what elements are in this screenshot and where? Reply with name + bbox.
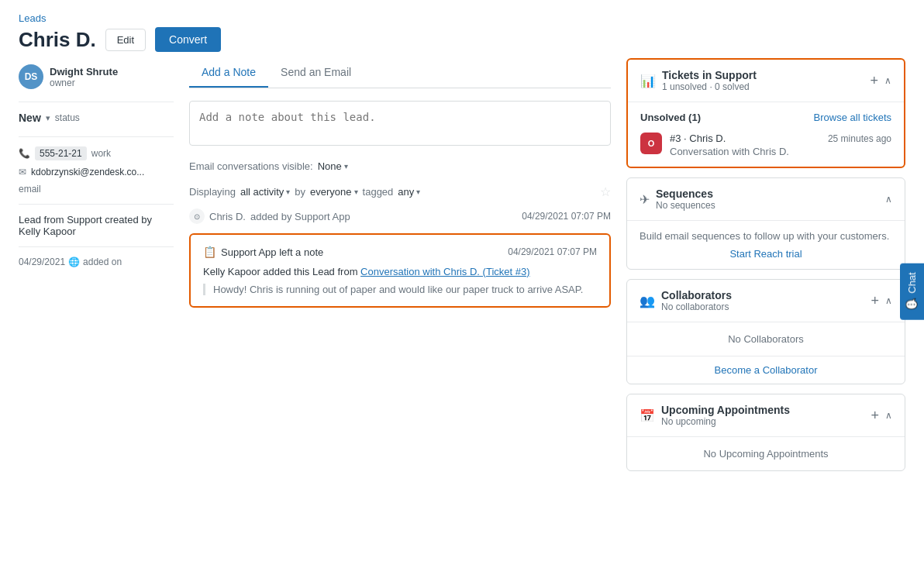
added-label: added on — [83, 257, 122, 267]
email-icon: ✉ — [19, 167, 26, 177]
status-tag: status — [55, 112, 80, 123]
page-title: Chris D. — [19, 28, 96, 52]
chat-label: Chat — [906, 272, 918, 293]
email-address: kdobrzynski@zendesk.co... — [31, 167, 144, 177]
tickets-icon: 📊 — [640, 74, 656, 88]
tickets-title: Tickets in Support — [662, 69, 864, 81]
note-card-quote: Howdy! Chris is running out of paper and… — [203, 284, 597, 295]
activity-item-icon: ⊙ — [189, 208, 205, 224]
status-arrow-icon: ▾ — [46, 113, 50, 123]
note-card-icon: 📋 — [203, 246, 216, 258]
collaborators-add-icon[interactable]: + — [871, 294, 879, 308]
sequences-cta-link[interactable]: Start Reach trial — [640, 248, 892, 260]
ticket-badge: O — [640, 133, 662, 154]
no-collaborators-text: No Collaborators — [627, 322, 905, 356]
sequences-icon: ✈ — [640, 192, 650, 207]
collaborators-card: 👥 Collaborators No collaborators + ∧ No … — [626, 279, 905, 384]
become-collaborator-link[interactable]: Become a Collaborator — [627, 356, 905, 384]
note-card: 📋 Support App left a note 04/29/2021 07:… — [189, 233, 611, 308]
browse-tickets-link[interactable]: Browse all tickets — [814, 112, 891, 123]
filter-row: Email conversations visible: None ▾ — [189, 160, 611, 172]
collaborators-subtitle: No collaborators — [661, 301, 864, 312]
sequences-body-text: Build email sequences to follow up with … — [640, 230, 892, 242]
appointments-title: Upcoming Appointments — [661, 404, 864, 416]
note-card-title: Support App left a note — [221, 246, 503, 258]
sequences-collapse-icon[interactable]: ∧ — [885, 194, 892, 205]
sequences-subtitle: No sequences — [656, 200, 879, 211]
visible-value[interactable]: None ▾ — [318, 160, 348, 172]
tickets-card: 📊 Tickets in Support 1 unsolved · 0 solv… — [626, 58, 905, 168]
display-filter-row: Displaying all activity ▾ by everyone ▾ … — [189, 184, 611, 199]
tag-filter[interactable]: any ▾ — [398, 186, 420, 198]
sequences-title: Sequences — [656, 188, 879, 200]
ticket-item: O #3 · Chris D. 25 minutes ago Conversat… — [640, 133, 891, 157]
globe-icon: 🌐 — [68, 257, 80, 267]
appointments-card: 📅 Upcoming Appointments No upcoming + ∧ … — [626, 394, 905, 471]
note-body-prefix: Kelly Kapoor added this Lead from — [203, 266, 357, 277]
email-label: email — [19, 184, 41, 195]
lead-source: Lead from Support created by Kelly Kapoo… — [19, 214, 174, 237]
appointments-icon: 📅 — [640, 408, 655, 423]
owner-name: Dwight Shrute — [50, 66, 118, 77]
collaborators-title: Collaborators — [661, 289, 864, 301]
ticket-id-name[interactable]: #3 · Chris D. — [670, 133, 726, 144]
chat-icon: 💬 — [906, 298, 918, 310]
edit-button[interactable]: Edit — [105, 29, 146, 51]
person-filter[interactable]: everyone ▾ — [310, 186, 357, 198]
ticket-description: Conversation with Chris D. — [670, 146, 891, 157]
tag-filter-arrow: ▾ — [416, 188, 420, 196]
note-card-time: 04/29/2021 07:07 PM — [508, 246, 597, 257]
activity-user: Chris D. — [209, 211, 246, 222]
no-appointments-text: No Upcoming Appointments — [627, 437, 905, 470]
tickets-add-icon[interactable]: + — [870, 74, 878, 88]
displaying-label: Displaying — [189, 186, 236, 198]
tab-add-note[interactable]: Add a Note — [189, 58, 268, 88]
convert-button[interactable]: Convert — [155, 27, 221, 52]
avatar: DS — [19, 64, 43, 89]
breadcrumb[interactable]: Leads — [19, 12, 905, 24]
owner-role: owner — [50, 77, 118, 88]
activity-action: added by Support App — [250, 211, 350, 222]
visible-label: Email conversations visible: — [189, 160, 313, 172]
right-sidebar: 📊 Tickets in Support 1 unsolved · 0 solv… — [626, 58, 905, 563]
sequences-card: ✈ Sequences No sequences ∧ Build email s… — [626, 177, 905, 270]
tickets-collapse-icon[interactable]: ∧ — [884, 75, 891, 86]
appointments-collapse-icon[interactable]: ∧ — [885, 410, 892, 421]
note-card-link[interactable]: Conversation with Chris D. (Ticket #3) — [360, 266, 529, 277]
ticket-time: 25 minutes ago — [828, 133, 891, 144]
tab-send-email[interactable]: Send an Email — [268, 58, 364, 88]
phone-number: 555-21-21 — [35, 146, 87, 160]
by-label: by — [295, 186, 305, 198]
appointments-subtitle: No upcoming — [661, 416, 864, 427]
activity-item: ⊙ Chris D. added by Support App 04/29/20… — [189, 208, 611, 224]
tagged-label: tagged — [363, 186, 394, 198]
chat-widget[interactable]: 💬 Chat — [900, 263, 924, 319]
phone-type: work — [91, 148, 111, 159]
person-filter-arrow: ▾ — [354, 188, 358, 196]
collaborators-collapse-icon[interactable]: ∧ — [885, 295, 892, 306]
star-icon[interactable]: ☆ — [600, 184, 611, 199]
activity-filter[interactable]: all activity ▾ — [240, 186, 290, 198]
note-input[interactable] — [189, 101, 611, 146]
note-card-body: Kelly Kapoor added this Lead from Conver… — [203, 266, 597, 277]
unsolved-label: Unsolved (1) — [640, 112, 701, 123]
appointments-add-icon[interactable]: + — [871, 408, 879, 422]
left-sidebar: DS Dwight Shrute owner New ▾ status 📞 55… — [19, 58, 174, 563]
activity-filter-arrow: ▾ — [286, 188, 290, 196]
phone-icon: 📞 — [19, 148, 30, 159]
tickets-subtitle: 1 unsolved · 0 solved — [662, 81, 864, 92]
center-content: Add a Note Send an Email Email conversat… — [189, 58, 611, 563]
added-date: 04/29/2021 — [19, 257, 65, 267]
tabs-row: Add a Note Send an Email — [189, 58, 611, 88]
activity-time: 04/29/2021 07:07 PM — [522, 211, 611, 222]
visible-arrow-icon: ▾ — [344, 162, 348, 170]
status-value[interactable]: New — [19, 112, 41, 124]
collaborators-icon: 👥 — [640, 294, 655, 308]
